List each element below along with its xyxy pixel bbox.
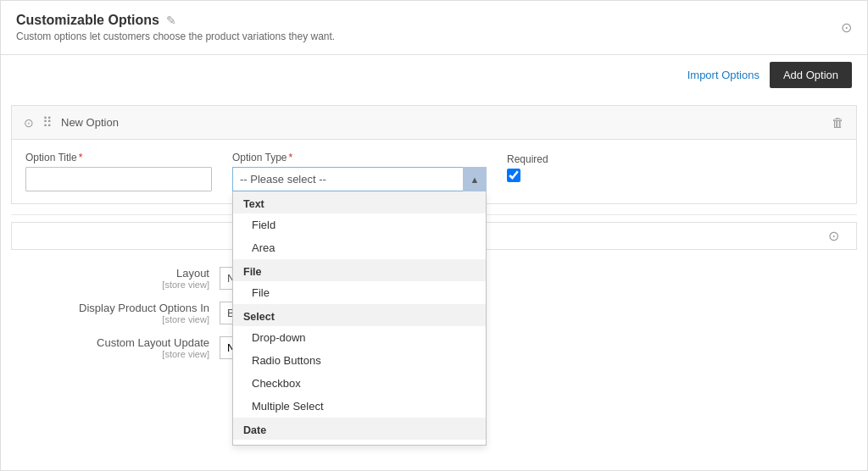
edit-icon[interactable]: ✎ [166, 14, 176, 27]
layout-label-area: Layout [store view] [14, 267, 209, 290]
option-type-group: Option Type* -- Please select -- ▲ Text … [232, 152, 487, 191]
option-block-title: New Option [61, 116, 119, 129]
option-block-header: ⊙ ⠿ New Option 🗑 [12, 106, 856, 140]
second-collapse-icon[interactable]: ⊙ [828, 228, 839, 244]
layout-label: Layout [14, 267, 209, 280]
required-label: Required [507, 153, 548, 165]
import-options-button[interactable]: Import Options [687, 69, 760, 81]
dropdown-group-select: Select [233, 304, 486, 326]
section-title-area: Customizable Options ✎ [16, 13, 335, 28]
option-block-header-left: ⊙ ⠿ New Option [24, 114, 119, 130]
display-label: Display Product Options In [14, 302, 209, 314]
select-arrow-icon[interactable]: ▲ [463, 167, 487, 191]
toolbar: Import Options Add Option [1, 55, 867, 95]
layout-sub: [store view] [14, 280, 209, 290]
dropdown-item-date[interactable]: Date [233, 440, 486, 446]
delete-option-icon[interactable]: 🗑 [832, 115, 844, 130]
page-title: Customizable Options [16, 13, 159, 28]
add-option-button[interactable]: Add Option [770, 62, 852, 88]
dropdown-item-radio[interactable]: Radio Buttons [233, 349, 486, 372]
dropdown-item-multiple[interactable]: Multiple Select [233, 395, 486, 418]
option-type-select[interactable]: -- Please select -- [232, 167, 487, 191]
dropdown-group-file: File [233, 259, 486, 281]
dropdown-item-file[interactable]: File [233, 281, 486, 304]
required-group: Required [507, 152, 548, 182]
option-type-label: Option Type* [232, 152, 487, 163]
custom-layout-label: Custom Layout Update [14, 336, 209, 349]
top-collapse-icon[interactable]: ⊙ [841, 19, 852, 36]
required-checkbox[interactable] [507, 169, 520, 182]
section-description: Custom options let customers choose the … [16, 30, 335, 42]
custom-layout-sub: [store view] [14, 349, 209, 359]
dropdown-item-checkbox[interactable]: Checkbox [233, 372, 486, 395]
option-type-select-wrapper: -- Please select -- ▲ Text Field Area Fi… [232, 167, 487, 191]
dropdown-group-text: Text [233, 191, 486, 213]
dropdown-item-dropdown[interactable]: Drop-down [233, 326, 486, 349]
display-sub: [store view] [14, 314, 209, 324]
display-label-area: Display Product Options In [store view] [14, 302, 209, 324]
dropdown-item-area[interactable]: Area [233, 236, 486, 259]
option-title-label: Option Title* [25, 152, 212, 163]
option-fields: Option Title* Option Type* -- Please sel… [12, 140, 856, 203]
option-collapse-icon[interactable]: ⊙ [24, 116, 34, 130]
dropdown-item-field[interactable]: Field [233, 213, 486, 236]
option-block: ⊙ ⠿ New Option 🗑 Option Title* Option Ty… [11, 105, 857, 204]
section-header: Customizable Options ✎ Custom options le… [1, 1, 867, 55]
dropdown-group-date: Date [233, 418, 486, 440]
option-type-dropdown: Text Field Area File File Select Drop-do… [232, 191, 487, 446]
page-container: Customizable Options ✎ Custom options le… [0, 0, 868, 471]
option-title-group: Option Title* [25, 152, 212, 191]
drag-handle-icon[interactable]: ⠿ [42, 114, 53, 130]
required-star-type: * [289, 152, 293, 163]
option-title-input[interactable] [25, 167, 212, 191]
custom-layout-label-area: Custom Layout Update [store view] [14, 336, 209, 359]
required-star: * [79, 152, 83, 163]
